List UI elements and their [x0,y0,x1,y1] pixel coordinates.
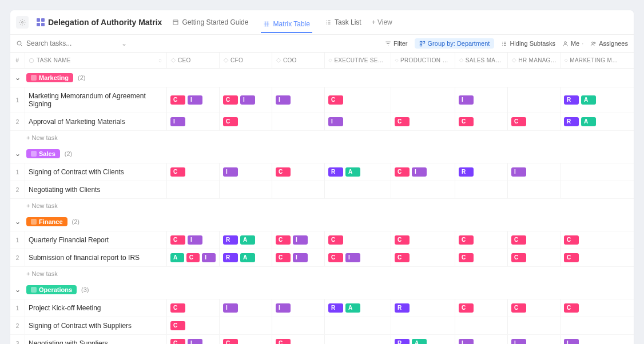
raci-a[interactable]: A [170,253,184,262]
raci-c[interactable]: C [170,235,185,245]
raci-cell[interactable]: C [391,249,455,266]
raci-r[interactable]: R [328,303,343,313]
raci-r[interactable]: R [223,235,238,245]
raci-cell[interactable]: CI [167,231,220,249]
raci-c[interactable]: C [223,117,238,126]
raci-cell[interactable] [560,181,622,198]
group-by-button[interactable]: Group by: Department [415,38,495,49]
raci-r[interactable]: R [459,167,474,177]
raci-r[interactable]: R [564,95,579,105]
raci-c[interactable]: C [276,167,291,177]
raci-cell[interactable]: CI [391,163,455,181]
raci-c[interactable]: C [170,303,185,313]
task-name[interactable]: Signing of Contract with Suppliers [25,317,167,334]
raci-cell[interactable]: CI [272,249,325,266]
chevron-down-icon[interactable]: ⌄ [14,150,22,158]
raci-r[interactable]: R [395,303,410,313]
task-row[interactable]: 1Marketing Memorandum of Agreement Signi… [10,87,634,113]
raci-i[interactable]: I [170,117,185,126]
raci-cell[interactable]: C [220,113,272,130]
filter-button[interactable]: Filter [385,40,407,47]
new-task-button[interactable]: + New task [10,267,634,281]
raci-cell[interactable]: I [508,163,560,181]
raci-cell[interactable] [272,317,325,334]
raci-c[interactable]: C [223,95,238,105]
group-header[interactable]: ⌄Operations(3) [10,281,634,299]
me-button[interactable]: Me · [562,40,583,47]
raci-i[interactable]: I [188,235,202,245]
raci-c[interactable]: C [170,321,185,330]
raci-i[interactable]: I [459,339,474,344]
raci-i[interactable]: I [240,95,255,105]
raci-cell[interactable] [325,317,391,334]
search-input[interactable] [26,39,95,47]
raci-cell[interactable]: R [455,163,508,181]
task-row[interactable]: 2Submission of financial report to IRSAC… [10,249,634,267]
raci-cell[interactable] [560,317,622,334]
new-task-button[interactable]: + New task [10,131,634,145]
raci-c[interactable]: C [328,95,343,105]
raci-cell[interactable]: C [508,249,560,266]
raci-cell[interactable]: RA [220,231,272,249]
raci-c[interactable]: C [276,235,291,245]
task-row[interactable]: 2Signing of Contract with SuppliersC [10,317,634,335]
dept-pill[interactable]: Finance [26,217,67,226]
chevron-down-icon[interactable]: ⌄ [14,286,22,294]
raci-cell[interactable]: I [272,87,325,113]
raci-i[interactable]: I [188,339,202,344]
raci-cell[interactable]: I [455,87,508,113]
raci-a[interactable]: A [412,339,427,344]
raci-c[interactable]: C [170,95,185,105]
raci-i[interactable]: I [223,167,238,177]
col-role-header[interactable]: HR MANAGER [508,53,560,68]
raci-c[interactable]: C [511,117,526,126]
raci-cell[interactable]: C [560,299,622,317]
raci-a[interactable]: A [240,235,255,245]
assignees-button[interactable]: Assignees [590,40,628,47]
raci-cell[interactable] [391,317,455,334]
col-role-header[interactable]: COO [272,53,325,68]
tab-task-list[interactable]: Task List [323,15,364,30]
raci-cell[interactable] [455,181,508,198]
raci-r[interactable]: R [395,339,410,344]
sort-icon[interactable] [157,58,163,63]
raci-cell[interactable]: R [391,299,455,317]
raci-i[interactable]: I [564,339,579,344]
raci-cell[interactable]: C [220,335,272,344]
raci-c[interactable]: C [459,303,474,313]
raci-cell[interactable]: RA [325,163,391,181]
task-name[interactable]: Negotiating with Clients [25,181,167,198]
raci-c[interactable]: C [459,253,474,262]
raci-cell[interactable]: RA [220,249,272,266]
raci-cell[interactable]: CI [272,231,325,249]
task-row[interactable]: 1Signing of Contract with ClientsCICRACI… [10,163,634,181]
raci-cell[interactable]: C [391,231,455,249]
raci-cell[interactable]: C [167,163,220,181]
raci-cell[interactable]: C [325,87,391,113]
raci-c[interactable]: C [328,235,343,245]
raci-cell[interactable]: C [391,113,455,130]
raci-c[interactable]: C [511,253,526,262]
task-name[interactable]: Quarterly Financial Report [25,231,167,249]
raci-i[interactable]: I [293,235,308,245]
group-header[interactable]: ⌄Marketing(2) [10,69,634,87]
raci-cell[interactable]: I [220,163,272,181]
raci-i[interactable]: I [276,95,291,105]
raci-c[interactable]: C [511,235,526,245]
task-row[interactable]: 2Negotiating with Clients [10,181,634,199]
task-name[interactable]: Negotiating with Suppliers [25,335,167,344]
col-role-header[interactable]: CFO [220,53,272,68]
chevron-down-icon[interactable]: ⌄ [121,39,127,47]
raci-cell[interactable] [508,181,560,198]
raci-cell[interactable] [508,87,560,113]
raci-cell[interactable] [325,181,391,198]
raci-cell[interactable]: C [455,299,508,317]
raci-cell[interactable]: C [325,231,391,249]
task-row[interactable]: 1Quarterly Financial ReportCIRACICCCCC [10,231,634,249]
group-header[interactable]: ⌄Sales(2) [10,145,634,163]
raci-cell[interactable]: CI [325,249,391,266]
raci-i[interactable]: I [293,253,308,262]
raci-c[interactable]: C [170,339,185,344]
raci-cell[interactable]: C [508,299,560,317]
raci-cell[interactable]: C [508,113,560,130]
